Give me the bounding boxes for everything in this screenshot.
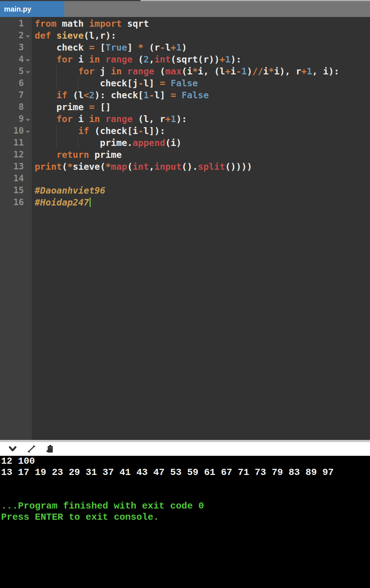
line-number: 6 xyxy=(0,77,32,89)
code-line[interactable]: #Hoidap247 xyxy=(32,196,370,208)
code-token: = xyxy=(171,90,176,100)
code-token: ( xyxy=(62,161,67,172)
tab-label: main.py xyxy=(4,5,31,13)
code-token xyxy=(51,30,56,41)
code-line[interactable]: for i in range (2,int(sqrt(r))+1): xyxy=(32,53,370,65)
code-token: return xyxy=(56,150,89,160)
code-token: (). xyxy=(181,161,198,172)
text-cursor xyxy=(90,198,91,207)
code-token: in xyxy=(111,66,122,77)
code-line[interactable]: if (check[i-l]): xyxy=(32,125,370,137)
resize-diagonal-icon[interactable] xyxy=(27,444,36,454)
code-token: [ xyxy=(95,42,106,53)
line-number: 2 xyxy=(0,30,32,42)
code-token: 2 xyxy=(89,90,95,100)
code-line[interactable]: from math import sqrt xyxy=(32,18,370,30)
code-token: range xyxy=(106,114,133,124)
code-token: i xyxy=(231,66,236,77)
line-number-gutter: 12345678910111213141516 xyxy=(0,17,32,440)
code-token: l]): xyxy=(143,126,165,136)
indent-guide xyxy=(56,77,57,89)
line-number: 13 xyxy=(0,161,32,173)
code-token: , xyxy=(149,54,154,65)
code-line[interactable]: check[j-l] = False xyxy=(32,77,370,89)
line-number: 5 xyxy=(0,65,32,77)
code-token xyxy=(176,90,181,100)
fold-arrow-icon[interactable] xyxy=(26,59,30,62)
code-token: True xyxy=(106,42,127,53)
code-token: #Daoanhviet96 xyxy=(35,185,106,196)
chevron-down-icon[interactable] xyxy=(8,444,17,454)
code-line[interactable]: for j in range (max(i*i, (l+i-1)//i*i), … xyxy=(32,65,370,77)
code-token xyxy=(35,114,56,124)
code-token: import xyxy=(89,18,122,29)
fold-arrow-icon[interactable] xyxy=(26,131,30,133)
code-line[interactable]: def sieve(l,r): xyxy=(32,30,370,42)
code-token: = xyxy=(89,42,95,53)
tab-main-py[interactable]: main.py xyxy=(0,1,64,17)
console-line xyxy=(1,489,370,501)
code-token: 1 xyxy=(307,66,312,77)
code-token: if xyxy=(56,90,67,100)
code-token: math xyxy=(56,18,89,29)
fold-arrow-icon[interactable] xyxy=(26,119,30,121)
line-number: 9 xyxy=(0,113,32,125)
code-token: l] xyxy=(154,90,171,100)
code-token: ) xyxy=(181,42,187,53)
code-token: sieve xyxy=(56,30,83,41)
code-token: + xyxy=(301,66,307,77)
code-token xyxy=(35,90,56,100)
code-line[interactable]: print(*sieve(*map(int,input().split()))) xyxy=(32,161,370,173)
fold-arrow-icon[interactable] xyxy=(26,35,30,38)
code-token: , i): xyxy=(312,66,339,77)
code-token: for xyxy=(56,54,73,65)
console-output[interactable]: 12 10013 17 19 23 29 31 37 41 43 47 53 5… xyxy=(0,456,370,588)
code-token: ): xyxy=(231,54,241,65)
code-token: int xyxy=(133,161,149,172)
code-token: in xyxy=(89,114,100,124)
code-token: < xyxy=(83,90,89,100)
code-line[interactable]: #Daoanhviet96 xyxy=(32,185,370,196)
code-token: (i) xyxy=(165,138,181,148)
code-line[interactable]: prime.append(i) xyxy=(32,137,370,149)
code-line[interactable]: if (l<2): check[1-l] = False xyxy=(32,89,370,101)
code-token: i xyxy=(263,66,268,77)
code-token: prime xyxy=(89,150,122,160)
code-line[interactable]: return prime xyxy=(32,149,370,161)
code-token: range xyxy=(106,54,133,65)
code-token: i xyxy=(73,114,89,124)
line-number: 8 xyxy=(0,101,32,113)
code-token: - xyxy=(149,90,154,100)
code-area[interactable]: from math import sqrtdef sieve(l,r): che… xyxy=(32,17,370,440)
code-token: #Hoidap247 xyxy=(35,197,89,208)
code-editor[interactable]: 12345678910111213141516 from math import… xyxy=(0,17,370,440)
fold-arrow-icon[interactable] xyxy=(26,71,30,74)
code-token: i, (l xyxy=(198,66,225,77)
code-line[interactable] xyxy=(32,173,370,185)
code-token: + xyxy=(165,114,171,124)
code-token: * xyxy=(193,66,198,77)
code-token: if xyxy=(78,126,89,136)
code-line[interactable]: prime = [] xyxy=(32,101,370,113)
code-token: check[j xyxy=(35,78,138,88)
code-token: prime. xyxy=(35,138,133,148)
code-token: sqrt xyxy=(122,18,149,29)
console-line: Press ENTER to exit console. xyxy=(1,512,370,523)
indent-guide xyxy=(78,137,78,149)
code-token: (sqrt(r)) xyxy=(171,54,219,65)
code-token: def xyxy=(35,30,51,41)
code-line[interactable]: check = [True] * (r-l+1) xyxy=(32,42,370,53)
code-token: False xyxy=(171,78,198,88)
line-number: 4 xyxy=(0,53,32,65)
code-token: (r xyxy=(143,42,160,53)
code-token: * xyxy=(67,161,73,172)
code-token: , xyxy=(149,161,154,172)
paste-icon[interactable] xyxy=(46,444,55,454)
code-token: l] xyxy=(143,78,160,88)
code-token: ) xyxy=(247,66,252,77)
code-line[interactable]: for i in range (l, r+1): xyxy=(32,113,370,125)
code-token: check xyxy=(35,42,89,53)
code-token: split xyxy=(198,161,225,172)
code-token: (check[i xyxy=(89,126,138,136)
code-token xyxy=(100,114,106,124)
